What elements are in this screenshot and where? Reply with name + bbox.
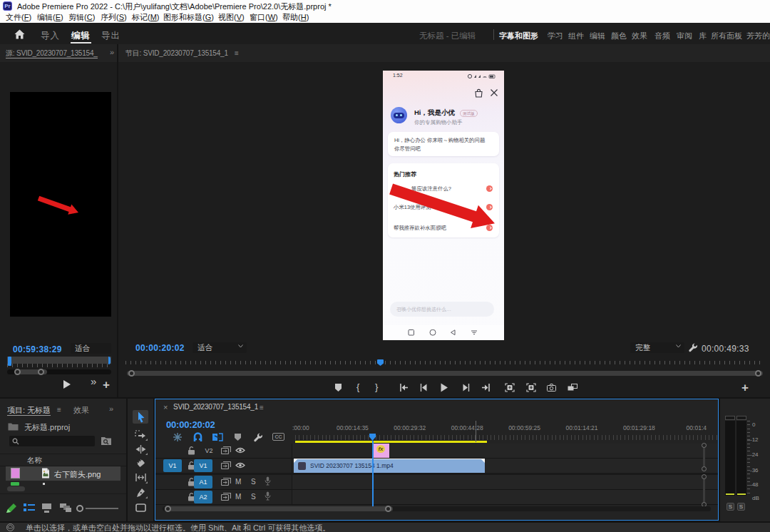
workspace-3[interactable]: 组件 xyxy=(568,31,584,41)
icon-view-icon[interactable] xyxy=(41,503,52,513)
source-zoom-select[interactable]: 适合 xyxy=(71,343,111,354)
v2-lock-icon[interactable] xyxy=(188,446,195,455)
comparison-view-button[interactable] xyxy=(568,384,578,392)
a2-solo-button[interactable]: S xyxy=(251,493,256,501)
project-search-input[interactable] xyxy=(9,436,95,446)
tab-effects[interactable]: 效果 xyxy=(73,405,89,416)
v2-track-name[interactable]: V2 xyxy=(200,447,218,454)
source-timecode[interactable]: 00:59:38:29 xyxy=(13,344,62,354)
nest-insert-icon[interactable] xyxy=(173,432,183,442)
mark-out-button[interactable]: } xyxy=(375,382,378,392)
clip-v2-graphic[interactable]: fx xyxy=(372,444,389,458)
lift-button[interactable] xyxy=(505,383,515,392)
timeline-hscrollbar[interactable] xyxy=(163,506,711,511)
project-column-name[interactable]: 名称 xyxy=(27,456,42,466)
source-zoom-scrollbar[interactable] xyxy=(7,369,111,374)
pen-tool[interactable] xyxy=(133,486,148,499)
selection-tool[interactable] xyxy=(133,410,148,424)
workspace-11[interactable]: 芳芳的 xyxy=(746,31,770,41)
workspace-4[interactable]: 编辑 xyxy=(590,31,605,41)
nav-tab-1[interactable]: 导入 xyxy=(41,30,60,42)
a2-voiceover-mic-icon[interactable] xyxy=(265,491,271,501)
timeline-tab-close-icon[interactable]: × xyxy=(163,403,168,411)
source-playhead[interactable] xyxy=(8,357,11,366)
step-forward-button[interactable] xyxy=(462,384,470,392)
creative-cloud-icon[interactable] xyxy=(6,523,14,531)
timeline-ruler[interactable]: :00:0000:00:14:3500:00:29:3200:00:44:280… xyxy=(292,419,718,442)
nav-tab-3[interactable]: 导出 xyxy=(101,30,120,42)
home-icon[interactable] xyxy=(14,29,25,39)
v2-toggle-output-eye-icon[interactable] xyxy=(235,447,245,454)
program-zoom-select[interactable]: 适合 xyxy=(192,342,247,353)
add-marker-button[interactable] xyxy=(334,383,342,392)
menu-4[interactable]: 序列(S) xyxy=(101,12,127,23)
step-back-button[interactable] xyxy=(420,384,428,392)
timeline-zoom-handle-right[interactable] xyxy=(385,506,391,512)
v1-track-target[interactable]: V1 xyxy=(194,459,212,472)
project-find-icon[interactable] xyxy=(101,436,112,446)
meter-solo-left-button[interactable]: S xyxy=(727,503,734,511)
hand-tool[interactable] xyxy=(133,501,148,514)
extract-button[interactable] xyxy=(526,383,536,392)
a1-voiceover-mic-icon[interactable] xyxy=(265,476,271,486)
program-settings-wrench-icon[interactable] xyxy=(688,342,698,352)
timeline-playhead-line[interactable] xyxy=(372,441,374,508)
program-zoom-handle-left[interactable] xyxy=(128,370,135,377)
tab-source-monitor[interactable]: 源: SVID_20230707_135154_ xyxy=(6,48,98,58)
menu-9[interactable]: 帮助(H) xyxy=(282,12,309,23)
v1-toggle-output-eye-icon[interactable] xyxy=(235,462,245,469)
project-bin-name[interactable]: 无标题.prproj xyxy=(24,422,70,433)
v1-sync-lock-icon[interactable] xyxy=(221,461,231,469)
program-zoom-scrollbar[interactable] xyxy=(127,371,763,376)
audio-vscrollbar[interactable] xyxy=(702,475,707,506)
menu-2[interactable]: 编辑(E) xyxy=(37,12,63,23)
menu-1[interactable]: 文件(F) xyxy=(6,12,31,23)
play-button[interactable] xyxy=(440,383,448,392)
workspace-1[interactable]: 字幕和图形 xyxy=(499,31,538,41)
menu-3[interactable]: 剪辑(C) xyxy=(68,12,95,23)
workspace-6[interactable]: 效果 xyxy=(632,31,647,41)
project-writable-icon[interactable] xyxy=(6,503,18,513)
export-frame-button[interactable] xyxy=(547,384,556,392)
timeline-zoom-handle-left[interactable] xyxy=(165,506,171,512)
work-area-bar[interactable] xyxy=(295,441,487,443)
a1-sync-lock-icon[interactable] xyxy=(221,478,231,486)
tab-project[interactable]: 项目: 无标题 xyxy=(7,405,51,416)
a2-mute-button[interactable]: M xyxy=(235,493,241,501)
program-ruler-ticks[interactable] xyxy=(125,361,763,364)
video-vscrollbar[interactable] xyxy=(702,444,707,471)
menu-8[interactable]: 窗口(W) xyxy=(250,12,278,23)
project-panel-menu-icon[interactable]: ≡ xyxy=(57,406,61,414)
tab-program-monitor[interactable]: 节目: SVID_20230707_135154_1 xyxy=(125,48,228,58)
panel-overflow-chevron[interactable]: » xyxy=(110,48,114,56)
source-play-button[interactable] xyxy=(62,379,71,389)
a1-mute-button[interactable]: M xyxy=(235,478,241,486)
project-hscrollbar[interactable] xyxy=(7,486,25,491)
menu-7[interactable]: 视图(V) xyxy=(218,12,245,23)
workspace-7[interactable]: 音频 xyxy=(654,31,670,41)
linked-selection-icon[interactable] xyxy=(212,432,223,442)
slip-tool[interactable] xyxy=(133,471,148,484)
tab-timeline-sequence[interactable]: SVID_20230707_135154_1 xyxy=(173,403,258,411)
menu-5[interactable]: 标记(M) xyxy=(132,12,160,23)
a1-track-target[interactable]: A1 xyxy=(194,476,212,488)
meter-clip-indicator-left[interactable] xyxy=(725,416,735,420)
nav-tab-2[interactable]: 编辑 xyxy=(71,30,91,42)
program-zoom-handle-right[interactable] xyxy=(755,370,761,377)
meter-solo-right-button[interactable]: S xyxy=(737,503,745,511)
captions-cc-icon[interactable]: CC xyxy=(272,433,284,441)
project-overflow-chevron[interactable]: » xyxy=(109,404,113,413)
workspace-8[interactable]: 审阅 xyxy=(677,31,692,41)
project-zoom-knob[interactable] xyxy=(76,505,83,512)
source-more-buttons-chevron[interactable]: » xyxy=(91,375,96,387)
timeline-timecode[interactable]: 00:00:20:02 xyxy=(166,419,215,430)
timeline-add-marker-icon[interactable] xyxy=(234,433,242,441)
a1-solo-button[interactable]: S xyxy=(251,478,256,486)
clip-v1-video[interactable]: SVID 20230707 135154 1.mp4 xyxy=(294,459,485,473)
source-add-button[interactable]: + xyxy=(103,378,110,392)
project-item-row[interactable]: 右下箭头.png xyxy=(6,466,120,481)
source-zoom-handle-right[interactable] xyxy=(38,369,44,375)
meter-channel-right[interactable] xyxy=(736,421,746,496)
v2-sync-lock-icon[interactable] xyxy=(221,446,231,454)
project-zoom-slider[interactable] xyxy=(86,508,118,509)
